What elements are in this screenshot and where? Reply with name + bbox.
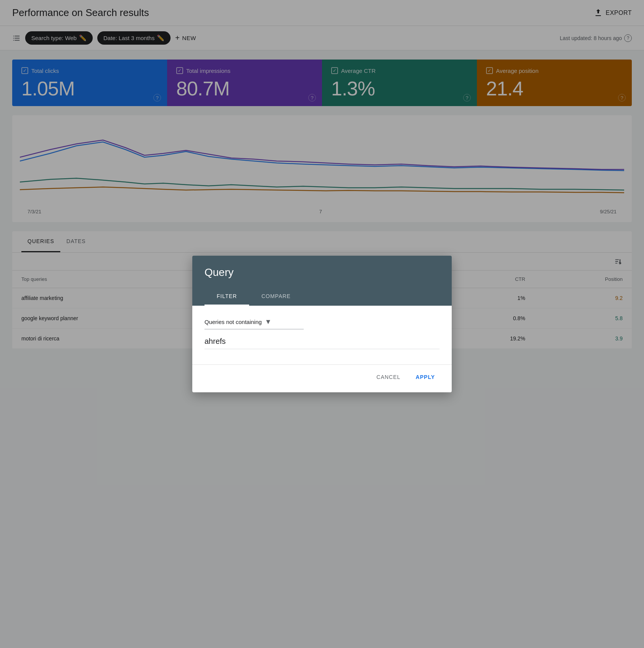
apply-button[interactable]: APPLY xyxy=(411,371,440,383)
modal-title: Query xyxy=(204,266,440,279)
modal-header: Query FILTER COMPARE xyxy=(192,256,452,306)
search-text-input-value[interactable]: ahrefs xyxy=(204,337,440,346)
query-modal: Query FILTER COMPARE Queries not contain… xyxy=(192,256,452,392)
modal-tab-filter[interactable]: FILTER xyxy=(204,288,249,306)
dropdown-arrow-icon: ▼ xyxy=(265,318,272,326)
dropdown-label: Queries not containing xyxy=(204,319,262,325)
modal-tabs: FILTER COMPARE xyxy=(204,288,440,306)
modal-body: Queries not containing ▼ ahrefs xyxy=(192,306,452,364)
cancel-button[interactable]: CANCEL xyxy=(372,371,405,383)
modal-tab-compare[interactable]: COMPARE xyxy=(249,288,303,306)
search-text-input-row: ahrefs xyxy=(204,337,440,349)
dropdown-row: Queries not containing ▼ xyxy=(204,318,440,329)
filter-type-dropdown[interactable]: Queries not containing ▼ xyxy=(204,318,304,329)
modal-footer: CANCEL APPLY xyxy=(192,364,452,392)
modal-overlay[interactable]: Query FILTER COMPARE Queries not contain… xyxy=(0,0,644,648)
